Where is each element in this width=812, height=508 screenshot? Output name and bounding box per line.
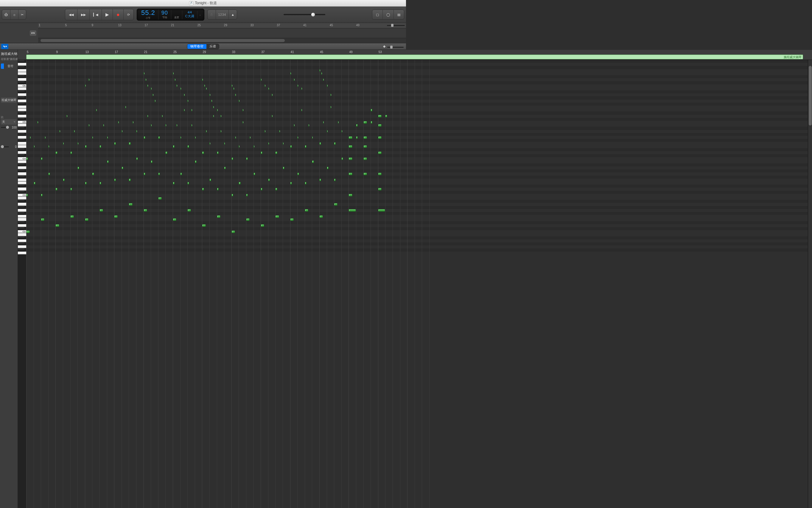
midi-note[interactable] (114, 179, 116, 181)
midi-note[interactable] (144, 209, 147, 212)
midi-note[interactable] (334, 179, 336, 181)
arrange-ruler[interactable]: 15913172125293337414549 (38, 23, 406, 28)
midi-note[interactable] (242, 109, 243, 112)
midi-note[interactable] (217, 109, 218, 112)
midi-note[interactable] (290, 182, 292, 184)
record-button[interactable]: ● (113, 9, 124, 20)
tab-score[interactable]: 乐谱 (206, 44, 219, 49)
white-key[interactable] (18, 105, 26, 109)
midi-note[interactable] (180, 136, 181, 139)
white-key[interactable] (18, 218, 26, 221)
midi-note[interactable] (221, 130, 221, 133)
black-key[interactable] (18, 248, 25, 251)
midi-note[interactable] (246, 218, 250, 221)
midi-note[interactable] (364, 136, 367, 139)
white-key[interactable] (18, 136, 26, 139)
midi-note[interactable] (136, 130, 137, 133)
black-key[interactable] (18, 60, 25, 63)
midi-note[interactable] (173, 72, 174, 75)
midi-note[interactable] (321, 72, 322, 75)
stop-button[interactable]: ▎◀ (90, 9, 102, 20)
midi-note[interactable] (231, 194, 233, 197)
midi-note[interactable] (70, 188, 72, 190)
midi-note[interactable] (231, 84, 232, 87)
midi-note[interactable] (55, 188, 57, 190)
midi-note[interactable] (213, 106, 214, 109)
midi-note[interactable] (272, 115, 273, 118)
midi-note[interactable] (129, 203, 132, 206)
black-key[interactable] (18, 169, 25, 172)
white-key[interactable] (18, 166, 26, 169)
black-key[interactable] (18, 112, 25, 115)
black-key[interactable] (18, 154, 25, 157)
midi-note[interactable] (268, 142, 269, 145)
cycle-button[interactable]: ⟳ (124, 9, 134, 20)
black-key[interactable] (18, 139, 25, 142)
white-key[interactable] (18, 179, 26, 181)
midi-note[interactable] (85, 182, 87, 184)
midi-note[interactable] (41, 158, 43, 160)
midi-note[interactable] (338, 121, 339, 124)
midi-note[interactable] (158, 173, 160, 175)
midi-note[interactable] (103, 124, 104, 127)
midi-note[interactable] (144, 136, 145, 139)
midi-note[interactable] (348, 173, 352, 175)
midi-note[interactable] (260, 224, 264, 227)
midi-note[interactable] (59, 130, 60, 133)
midi-note[interactable] (165, 152, 167, 154)
midi-note[interactable] (297, 136, 298, 139)
midi-note[interactable] (221, 115, 221, 118)
quick-help-toggle[interactable]: ☼ (10, 10, 18, 19)
midi-note[interactable] (231, 230, 235, 233)
midi-note[interactable] (92, 173, 94, 175)
white-key[interactable] (18, 109, 26, 112)
white-key[interactable]: C4 (18, 157, 26, 160)
midi-note[interactable] (85, 84, 86, 87)
midi-note[interactable] (224, 142, 225, 145)
midi-note[interactable] (371, 121, 372, 124)
midi-note[interactable] (305, 209, 308, 212)
scrollbar-thumb[interactable] (41, 39, 285, 42)
inspector-tab-notes[interactable]: 音符 (4, 64, 17, 69)
black-key[interactable] (18, 206, 25, 209)
midi-note[interactable] (70, 215, 74, 218)
midi-note[interactable] (89, 78, 89, 81)
midi-note[interactable] (319, 69, 320, 72)
midi-note[interactable] (30, 136, 31, 139)
midi-note[interactable] (26, 230, 30, 233)
midi-note[interactable] (378, 115, 382, 118)
midi-note[interactable] (305, 145, 306, 148)
tab-piano-roll[interactable]: 钢琴卷帘 (187, 44, 206, 49)
midi-note[interactable] (364, 145, 367, 148)
midi-note[interactable] (371, 109, 372, 112)
midi-note[interactable] (184, 94, 185, 96)
white-key[interactable] (18, 69, 26, 72)
midi-note[interactable] (260, 152, 262, 154)
midi-note[interactable] (378, 188, 382, 190)
black-key[interactable] (18, 227, 25, 230)
white-key[interactable] (18, 63, 26, 66)
midi-note[interactable] (26, 194, 28, 197)
notepad-toggle[interactable]: ▢ (372, 10, 383, 19)
midi-note[interactable] (144, 173, 145, 175)
region-header-band[interactable]: 施坦威大钢琴 (26, 54, 406, 59)
midi-note[interactable] (191, 124, 192, 127)
metronome-button[interactable]: ▲ (229, 10, 237, 19)
forward-button[interactable]: ▶▶ (78, 9, 90, 20)
midi-note[interactable] (341, 158, 343, 160)
midi-note[interactable] (151, 87, 152, 90)
midi-note[interactable] (85, 218, 89, 221)
midi-note[interactable] (202, 188, 204, 190)
midi-note[interactable] (175, 78, 176, 81)
track-filter-button[interactable]: ▾ı▾ (30, 31, 36, 36)
midi-note[interactable] (297, 173, 299, 175)
midi-note[interactable] (114, 215, 118, 218)
midi-note[interactable] (162, 115, 163, 118)
white-key[interactable] (18, 224, 26, 227)
white-key[interactable] (18, 187, 26, 190)
midi-note[interactable] (294, 124, 295, 127)
midi-note[interactable] (173, 182, 175, 184)
midi-note[interactable] (209, 179, 211, 181)
black-key[interactable] (18, 127, 25, 130)
midi-note[interactable] (231, 158, 233, 160)
